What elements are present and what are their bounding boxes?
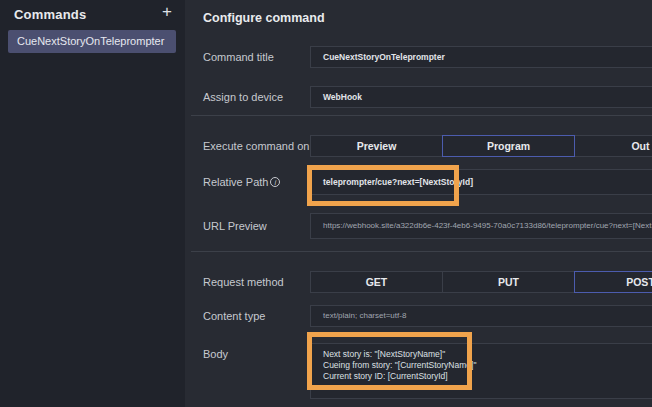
command-title-label: Command title bbox=[203, 46, 274, 68]
relative-path-input[interactable]: teleprompter/cue?next=[NextStoryId] bbox=[310, 169, 652, 195]
execute-option-out[interactable]: Out bbox=[574, 135, 652, 157]
section-divider bbox=[191, 251, 652, 252]
request-method-label: Request method bbox=[203, 271, 284, 293]
section-divider bbox=[191, 115, 652, 116]
sidebar-item-command[interactable]: CueNextStoryOnTeleprompter bbox=[8, 30, 176, 53]
assign-to-device-input[interactable]: WebHook bbox=[310, 86, 652, 108]
method-option-put[interactable]: PUT bbox=[442, 271, 575, 293]
body-label: Body bbox=[203, 347, 228, 361]
info-icon[interactable]: i bbox=[270, 177, 280, 187]
method-option-get[interactable]: GET bbox=[310, 271, 443, 293]
relative-path-label-text: Relative Path bbox=[203, 176, 268, 188]
commands-sidebar: Commands + CueNextStoryOnTeleprompter bbox=[0, 0, 185, 407]
url-preview-field: https://webhook.site/a322db6e-423f-4eb6-… bbox=[310, 213, 652, 239]
execute-command-on-label: Execute command on bbox=[203, 135, 309, 157]
sidebar-title: Commands bbox=[14, 7, 86, 22]
relative-path-label: Relative Pathi bbox=[203, 169, 280, 195]
body-textarea[interactable]: Next story is: "[NextStoryName]" Cueing … bbox=[310, 343, 652, 399]
content-type-label: Content type bbox=[203, 305, 265, 327]
assign-to-device-label: Assign to device bbox=[203, 86, 283, 108]
method-option-post[interactable]: POST bbox=[574, 271, 652, 293]
execute-option-preview[interactable]: Preview bbox=[310, 135, 443, 157]
configure-command-panel: Configure command Command title CueNextS… bbox=[185, 0, 652, 407]
content-type-input[interactable]: text/plain; charset=utf-8 bbox=[310, 305, 652, 327]
execute-command-on-segments: Preview Program Out bbox=[310, 135, 652, 157]
url-preview-label: URL Preview bbox=[203, 213, 267, 239]
plus-icon: + bbox=[162, 2, 172, 21]
page-title: Configure command bbox=[203, 11, 325, 25]
add-command-button[interactable]: + bbox=[162, 3, 172, 21]
command-title-input[interactable]: CueNextStoryOnTeleprompter bbox=[310, 46, 652, 68]
configure-command-screen: Commands + CueNextStoryOnTeleprompter Co… bbox=[0, 0, 652, 407]
request-method-segments: GET PUT POST bbox=[310, 271, 652, 293]
sidebar-item-label: CueNextStoryOnTeleprompter bbox=[17, 35, 164, 47]
execute-option-program[interactable]: Program bbox=[442, 135, 575, 157]
